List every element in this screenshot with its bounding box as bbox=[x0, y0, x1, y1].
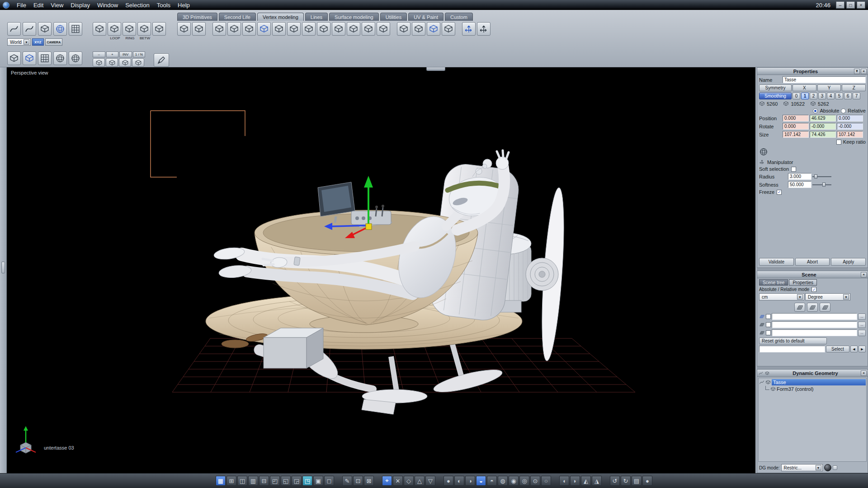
vertex-tool-button[interactable] bbox=[397, 22, 410, 36]
pen-tool-button[interactable] bbox=[154, 53, 169, 67]
rotate-x-input[interactable]: 0.000 bbox=[783, 123, 809, 130]
smoothing-button[interactable]: Smoothing bbox=[759, 93, 792, 99]
snap-target-button[interactable]: ⌖ bbox=[382, 476, 392, 486]
rotate-y-input[interactable]: -0.000 bbox=[810, 123, 836, 130]
keep-ratio-checkbox[interactable] bbox=[836, 140, 841, 145]
vertex-tool-button[interactable] bbox=[462, 22, 476, 36]
grid-visible-checkbox[interactable] bbox=[766, 322, 771, 327]
tree-item-form37[interactable]: Form37 (control) bbox=[765, 385, 866, 392]
tree-item-label-selected[interactable]: Tasse bbox=[772, 379, 866, 385]
grid-browse-button[interactable]: ... bbox=[858, 330, 866, 336]
symmetry-x-button[interactable]: X bbox=[793, 84, 816, 91]
shading-button[interactable]: ◒ bbox=[476, 476, 486, 486]
chevron-down-icon[interactable]: ▼ bbox=[843, 294, 849, 300]
shrink-selection-button[interactable]: – bbox=[93, 52, 105, 57]
panel-collapse-icon[interactable]: ▼ bbox=[854, 69, 860, 74]
smoothing-level-6[interactable]: 6 bbox=[844, 93, 852, 99]
position-x-input[interactable]: 0.000 bbox=[783, 115, 809, 122]
abs-rel-mode-checkbox[interactable] bbox=[811, 287, 816, 292]
scene-search-field[interactable] bbox=[759, 346, 825, 352]
tab-utilities[interactable]: Utilities bbox=[380, 13, 407, 21]
draw-tool-icon[interactable] bbox=[7, 22, 21, 36]
smoothing-level-4[interactable]: 4 bbox=[827, 93, 835, 99]
vertex-tool-button[interactable] bbox=[377, 22, 390, 36]
vertex-tool-button[interactable] bbox=[177, 22, 191, 36]
chevron-down-icon[interactable]: ▼ bbox=[797, 294, 803, 300]
viewport-dock-handle[interactable] bbox=[426, 67, 445, 71]
grid-browse-button[interactable]: ... bbox=[858, 314, 866, 320]
shading-button[interactable]: ◎ bbox=[519, 476, 529, 486]
radius-input[interactable]: 3.000 bbox=[788, 173, 811, 180]
layout-button[interactable]: ◲ bbox=[292, 476, 302, 486]
perspective-viewport[interactable]: Perspective view bbox=[7, 67, 755, 473]
sphere-tool-icon[interactable] bbox=[53, 22, 67, 36]
vertex-tool-button[interactable] bbox=[412, 22, 425, 36]
render-option-button[interactable]: ◮ bbox=[592, 476, 602, 486]
scene-title-bar[interactable]: Scene × bbox=[757, 271, 868, 278]
vertex-tool-button[interactable] bbox=[227, 22, 241, 36]
shading-button[interactable]: ● bbox=[443, 476, 453, 486]
validate-button[interactable]: Validate bbox=[759, 258, 794, 266]
layout-button[interactable]: ⊟ bbox=[259, 476, 269, 486]
grow-selection-button[interactable]: + bbox=[106, 52, 119, 57]
panel-toggle-button[interactable]: ▤ bbox=[632, 476, 642, 486]
shading-button[interactable]: ○ bbox=[541, 476, 551, 486]
dg-mode-knob[interactable] bbox=[824, 464, 831, 471]
dynamic-geometry-tree[interactable]: Tasse Form37 (control) bbox=[758, 378, 867, 462]
xyz-toggle-button[interactable]: XYZ bbox=[32, 38, 44, 46]
vertex-tool-button[interactable] bbox=[427, 22, 440, 36]
select-all-button[interactable] bbox=[152, 22, 166, 36]
grid-visible-checkbox[interactable] bbox=[766, 330, 771, 335]
dg-mode-select[interactable]: Restric... ▼ bbox=[781, 464, 823, 471]
shading-button[interactable]: ⊙ bbox=[530, 476, 540, 486]
cube-icon[interactable] bbox=[764, 371, 770, 375]
chevron-down-icon[interactable]: ▼ bbox=[24, 39, 29, 45]
tree-item-tasse[interactable]: Tasse bbox=[759, 379, 866, 385]
vertex-tool-button[interactable] bbox=[477, 22, 491, 36]
size-x-input[interactable]: 107.142 bbox=[783, 131, 809, 138]
layout-button[interactable]: ▥ bbox=[248, 476, 258, 486]
grid-name-field[interactable] bbox=[772, 329, 857, 336]
layout-button[interactable]: ⊞ bbox=[226, 476, 236, 486]
size-z-input[interactable]: 107.142 bbox=[837, 131, 863, 138]
rotate-z-input[interactable]: -0.000 bbox=[837, 123, 863, 130]
tab-custom[interactable]: Custom bbox=[445, 13, 473, 21]
close-icon[interactable]: × bbox=[861, 69, 867, 74]
menu-window[interactable]: Window bbox=[94, 0, 122, 10]
absolute-radio[interactable] bbox=[813, 108, 818, 113]
symmetry-z-button[interactable]: Z bbox=[842, 84, 866, 91]
vertex-tool-button[interactable] bbox=[347, 22, 360, 36]
smooth-tool-icon[interactable] bbox=[23, 52, 36, 65]
menu-file[interactable]: File bbox=[13, 0, 30, 10]
layout-button[interactable]: ◱ bbox=[281, 476, 291, 486]
vertex-tool-button[interactable] bbox=[242, 22, 256, 36]
selection-filter-button[interactable] bbox=[119, 58, 131, 67]
softness-slider[interactable] bbox=[812, 183, 831, 187]
grid-name-field[interactable] bbox=[772, 313, 857, 320]
dynamic-geometry-title-bar[interactable]: Dynamic Geometry × bbox=[757, 370, 868, 377]
properties-title-bar[interactable]: Properties ▼ × bbox=[757, 68, 868, 75]
reset-grids-button[interactable]: Reset grids to default bbox=[759, 338, 827, 344]
tab-scene-properties[interactable]: Properties bbox=[789, 279, 817, 286]
one-over-n-button[interactable]: 1 / N bbox=[133, 52, 146, 57]
vertex-tool-button[interactable] bbox=[272, 22, 286, 36]
minimize-button[interactable]: – bbox=[836, 1, 844, 9]
snap-button[interactable]: ✕ bbox=[393, 476, 403, 486]
vertex-tool-button[interactable] bbox=[192, 22, 206, 36]
menu-view[interactable]: View bbox=[47, 0, 67, 10]
select-between-button[interactable] bbox=[137, 22, 151, 36]
layout-button[interactable]: ◫ bbox=[237, 476, 247, 486]
invert-selection-button[interactable]: INV bbox=[119, 52, 132, 57]
smoothing-level-5[interactable]: 5 bbox=[835, 93, 843, 99]
vertex-tool-button[interactable] bbox=[302, 22, 316, 36]
maximize-button[interactable]: □ bbox=[846, 1, 855, 9]
close-button[interactable]: × bbox=[857, 1, 865, 9]
world-sphere-icon[interactable] bbox=[759, 147, 768, 156]
select-button[interactable]: Select bbox=[826, 346, 849, 352]
next-arrow-icon[interactable]: ▶ bbox=[859, 346, 866, 352]
unit-select[interactable]: cm ▼ bbox=[759, 293, 804, 300]
snap-button[interactable]: ▽ bbox=[425, 476, 435, 486]
tab-second-life[interactable]: Second Life bbox=[219, 13, 256, 21]
close-icon[interactable]: × bbox=[861, 371, 867, 376]
smoothing-level-2[interactable]: 2 bbox=[810, 93, 817, 99]
